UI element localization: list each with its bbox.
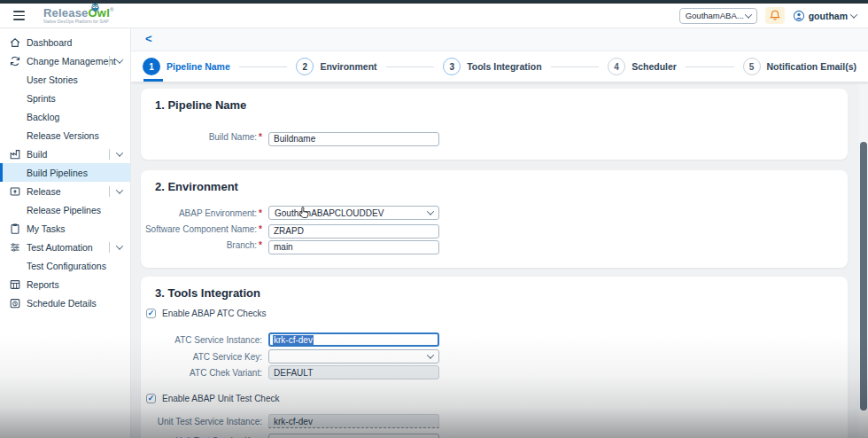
sidebar-item-label: Test Automation [27, 242, 93, 253]
step-tools-integration[interactable]: 3 Tools Integration [443, 58, 541, 75]
header: ReleaseOwl® Native DevOps Platform for S… [0, 4, 868, 28]
sidebar-item-release[interactable]: Release [0, 182, 130, 200]
hamburger-menu-icon[interactable] [11, 8, 27, 23]
owl-icon [90, 0, 100, 14]
chevron-down-icon[interactable] [116, 149, 123, 156]
field-label: Build Name:* [141, 132, 262, 142]
form-row-abap-environment: ABAP Environment:* GouthamABAPCLOUDDEV [141, 206, 439, 220]
sidebar-item-build-pipelines[interactable]: Build Pipelines [0, 163, 130, 182]
software-component-input[interactable] [268, 224, 439, 239]
chevron-down-icon[interactable] [116, 56, 123, 63]
step-scheduler[interactable]: 4 Scheduler [608, 58, 677, 75]
unit-test-service-instance-input[interactable]: krk-cf-dev [268, 414, 439, 428]
form-row-unit-test-service-key: Unit Test Service Key: [141, 434, 439, 438]
sidebar-item-label: Release Pipelines [27, 205, 101, 215]
breadcrumb-strip: < [131, 28, 868, 51]
form-row-build-name: Build Name:* [141, 129, 439, 144]
bell-icon [770, 10, 780, 21]
sidebar-item-backlog[interactable]: Backlog [0, 107, 130, 126]
step-label: Scheduler [632, 61, 677, 72]
divider [109, 56, 110, 66]
atc-service-instance-input[interactable]: krk-cf-dev [268, 332, 439, 347]
step-number: 2 [296, 58, 314, 75]
step-number: 1 [143, 58, 160, 75]
abap-environment-select[interactable]: GouthamABAPCLOUDDEV [268, 206, 439, 220]
form-row-atc-check-variant: ATC Chek Variant: DEFAULT [141, 365, 439, 379]
chevron-down-icon[interactable] [116, 186, 123, 193]
field-label: Unit Test Service Instance: [141, 417, 262, 426]
step-environment[interactable]: 2 Environment [296, 58, 376, 75]
sidebar-item-change-management[interactable]: Change Management [0, 51, 130, 70]
step-connector [686, 66, 734, 67]
reports-table-icon [9, 278, 21, 291]
step-pipeline-name[interactable]: 1 Pipeline Name [143, 58, 230, 75]
sidebar-item-label: Release Versions [27, 130, 99, 141]
sidebar: Dashboard Change Management User Stories… [0, 28, 131, 438]
section-pipeline-name: 1. Pipeline Name Build Name:* [141, 89, 848, 160]
sidebar-item-label: Dashboard [27, 37, 72, 48]
back-button[interactable]: < [145, 32, 152, 46]
form-row-unit-test-service-instance: Unit Test Service Instance: krk-cf-dev [141, 414, 439, 428]
step-label: Environment [320, 61, 376, 72]
sidebar-item-test-configurations[interactable]: Test Configurations [0, 256, 130, 275]
checkbox-checked-icon[interactable]: ✓ [146, 309, 156, 318]
sidebar-item-build[interactable]: Build [0, 145, 130, 163]
form-row-software-component: Software Component Name:* [141, 222, 439, 236]
sidebar-item-dashboard[interactable]: Dashboard [0, 33, 130, 51]
step-number: 4 [608, 58, 625, 75]
checkbox-label: Enable ABAP ATC Checks [162, 309, 266, 318]
abap-environment-value: GouthamABAPCLOUDDEV [275, 208, 384, 218]
wizard-stepper: 1 Pipeline Name 2 Environment 3 Tools In… [131, 51, 868, 82]
tenant-selector-value: GouthamABA... [686, 11, 744, 20]
checkbox-checked-icon[interactable]: ✓ [146, 394, 156, 403]
unit-test-service-key-select[interactable] [268, 434, 439, 438]
tenant-selector-dropdown[interactable]: GouthamABA... [679, 8, 757, 24]
form-row-branch: Branch:* [141, 238, 439, 252]
sidebar-item-test-automation[interactable]: Test Automation [0, 238, 130, 256]
sidebar-item-reports[interactable]: Reports [0, 275, 130, 293]
tasks-clipboard-icon [9, 223, 21, 235]
sidebar-item-my-tasks[interactable]: My Tasks [0, 219, 130, 238]
chevron-down-icon [427, 207, 434, 215]
section-heading: 3. Tools Integration [141, 277, 848, 300]
selected-text: krk-cf-dev [273, 335, 314, 345]
sidebar-item-release-pipelines[interactable]: Release Pipelines [0, 200, 130, 219]
chevron-down-icon[interactable] [116, 242, 123, 249]
user-menu[interactable]: goutham [793, 10, 856, 22]
required-marker: * [259, 224, 262, 234]
test-automation-icon [9, 241, 21, 254]
form-row-atc-service-instance: ATC Service Instance: krk-cf-dev [141, 332, 439, 347]
enable-atc-checks-checkbox[interactable]: ✓ Enable ABAP ATC Checks [146, 308, 266, 319]
sidebar-item-user-stories[interactable]: User Stories [0, 70, 130, 89]
sidebar-item-label: Test Configurations [27, 261, 106, 271]
vertical-scrollbar-track[interactable] [859, 84, 868, 438]
step-notification-emails[interactable]: 5 Notification Email(s) [743, 58, 857, 75]
step-number: 3 [443, 58, 461, 75]
field-label: ABAP Environment:* [141, 208, 262, 218]
user-name: goutham [809, 11, 848, 21]
notifications-button[interactable] [765, 7, 785, 24]
unit-test-service-instance-value: krk-cf-dev [274, 417, 313, 426]
step-number: 5 [743, 58, 761, 75]
user-avatar-icon [793, 10, 805, 22]
sidebar-item-label: Backlog [27, 112, 59, 122]
build-name-input[interactable] [268, 132, 439, 146]
divider [109, 242, 110, 253]
atc-service-key-select[interactable] [268, 349, 439, 364]
branch-input[interactable] [268, 240, 439, 254]
step-connector [239, 66, 288, 67]
atc-check-variant-value: DEFAULT [274, 368, 313, 378]
sidebar-item-label: Release [27, 186, 61, 197]
chevron-down-icon [850, 11, 857, 18]
vertical-scrollbar-thumb[interactable] [860, 142, 867, 411]
sidebar-item-sprints[interactable]: Sprints [0, 89, 130, 107]
enable-unit-test-checkbox[interactable]: ✓ Enable ABAP Unit Test Check [146, 393, 280, 404]
header-right: GouthamABA... goutham [679, 7, 856, 24]
sidebar-item-label: My Tasks [27, 223, 66, 234]
schedule-clock-icon [9, 297, 21, 309]
field-label: ATC Chek Variant: [141, 368, 262, 378]
atc-check-variant-input[interactable]: DEFAULT [268, 365, 439, 379]
divider [109, 186, 110, 197]
sidebar-item-release-versions[interactable]: Release Versions [0, 126, 130, 145]
sidebar-item-schedule-details[interactable]: Schedule Details [0, 293, 130, 312]
